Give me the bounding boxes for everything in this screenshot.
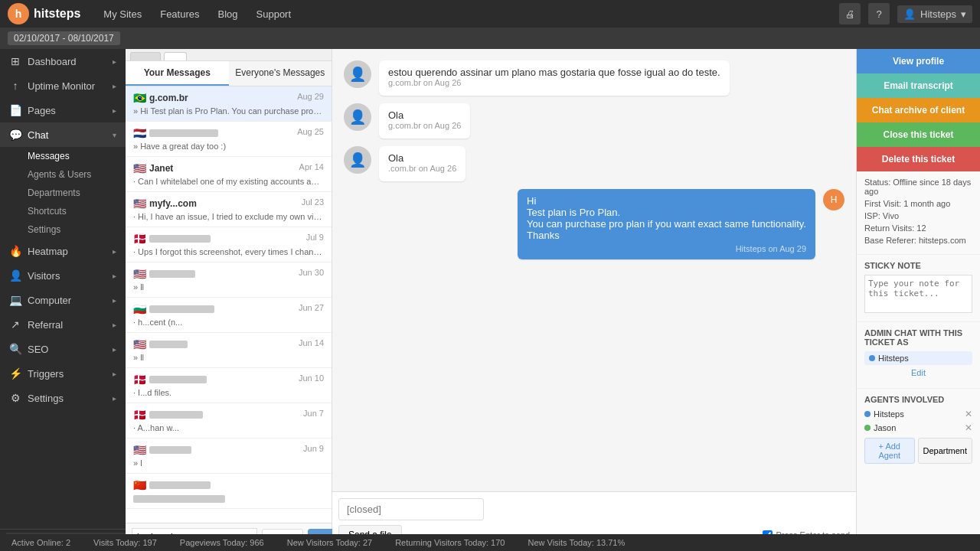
sticky-note-section: STICKY NOTE <box>857 255 980 321</box>
agent-name-hitsteps: Hitsteps <box>874 409 904 419</box>
chat-item-name: 🇩🇰 <box>133 233 211 245</box>
help-button[interactable]: ? <box>868 3 890 24</box>
sidebar-item-visitors[interactable]: 👤 Visitors ▸ <box>0 263 126 288</box>
chat-item-name: 🇩🇰 <box>133 373 207 386</box>
message-row: 👤 Ola .com.br on Aug 26 <box>344 146 844 181</box>
list-item[interactable]: 🇩🇰 Jun 10 · I...d files. <box>126 368 332 403</box>
sidebar-item-settings[interactable]: ⚙ Settings ▸ <box>0 386 126 410</box>
chevron-right-icon: ▸ <box>113 82 116 90</box>
panel-tab-2[interactable] <box>164 52 187 60</box>
sidebar-item-heatmap[interactable]: 🔥 Heatmap ▸ <box>0 239 126 263</box>
nav-blog[interactable]: Blog <box>211 5 246 23</box>
sidebar-sub-shortcuts[interactable]: Shortcuts <box>28 202 126 220</box>
add-agent-row: + Add Agent Department <box>864 438 972 464</box>
computer-icon: 💻 <box>9 294 21 306</box>
view-profile-button[interactable]: View profile <box>857 49 980 73</box>
list-item[interactable]: 🇧🇬 Jun 27 · h...cent (n... <box>126 298 332 333</box>
list-item[interactable]: 🇩🇰 Jul 9 · Ups I forgot this screenshot,… <box>126 227 332 262</box>
admin-chat-title: ADMIN CHAT WITH THIS TICKET AS <box>864 328 972 347</box>
base-referer-info: Base Referer: hitsteps.com <box>864 236 972 245</box>
edit-link[interactable]: Edit <box>864 368 972 377</box>
sidebar-item-dashboard[interactable]: ⊞ Dashboard ▸ <box>0 49 126 73</box>
date-range-picker[interactable]: 02/10/2017 - 08/10/2017 <box>8 31 120 45</box>
settings-icon: ⚙ <box>9 392 21 404</box>
nav-support[interactable]: Support <box>249 5 299 23</box>
print-button[interactable]: 🖨 <box>839 3 861 24</box>
logo[interactable]: h hitsteps <box>8 3 80 24</box>
sidebar-item-computer[interactable]: 💻 Computer ▸ <box>0 288 126 312</box>
nav-my-sites[interactable]: My Sites <box>96 5 149 23</box>
list-item[interactable]: 🇺🇸 myfy...com Jul 23 · Hi, I have an iss… <box>126 192 332 227</box>
client-info: Status: Offline since 18 days ago First … <box>857 171 980 255</box>
agent-row-hitsteps: Hitsteps ✕ <box>864 409 972 419</box>
agents-title: AGENTS INVOLVED <box>864 395 972 404</box>
user-label: Hitsteps <box>920 8 956 20</box>
new-visitors-stat: New Visitors Today: 27 <box>287 538 372 547</box>
pages-icon: 📄 <box>9 104 21 116</box>
agent-avatar: H <box>823 189 844 210</box>
sidebar-sub-departments[interactable]: Departments <box>28 184 126 202</box>
list-item[interactable]: 🇧🇷 g.com.br Aug 29 » Hi Test plan is Pro… <box>126 86 332 122</box>
chevron-right-icon: ▸ <box>113 272 116 280</box>
email-transcript-button[interactable]: Email transcript <box>857 73 980 98</box>
remove-agent-jason-button[interactable]: ✕ <box>965 422 972 433</box>
sidebar-item-seo[interactable]: 🔍 SEO ▸ <box>0 337 126 361</box>
sidebar-item-uptime[interactable]: ↑ Uptime Monitor ▸ <box>0 73 126 98</box>
chat-item-name: 🇳🇱 <box>133 127 218 139</box>
visitors-icon: 👤 <box>9 269 21 282</box>
sidebar-sub-agents[interactable]: Agents & Users <box>28 165 126 184</box>
chat-input[interactable] <box>338 498 484 520</box>
list-item[interactable]: 🇺🇸 Jun 30 » ll <box>126 262 332 298</box>
sidebar-item-pages[interactable]: 📄 Pages ▸ <box>0 98 126 122</box>
agent-row-jason: Jason ✕ <box>864 422 972 433</box>
chevron-right-icon: ▸ <box>113 394 116 403</box>
status-bar: Active Online: 2 Visits Today: 197 Pagev… <box>0 534 980 551</box>
close-ticket-button[interactable]: Close this ticket <box>857 122 980 147</box>
sticky-note-input[interactable] <box>864 275 972 313</box>
list-item[interactable]: 🇨🇳 <box>126 474 332 509</box>
chat-list-tabs: Your Messages Everyone's Messages <box>126 61 332 86</box>
chat-item-name: 🇺🇸 <box>133 338 188 350</box>
add-agent-button[interactable]: + Add Agent <box>864 438 915 464</box>
content-area: Your Messages Everyone's Messages 🇧🇷 g.c… <box>126 49 980 551</box>
list-item[interactable]: 🇺🇸 Jun 14 » ll <box>126 333 332 368</box>
chevron-right-icon: ▸ <box>113 296 116 305</box>
sidebar-label-referral: Referral <box>28 319 63 331</box>
blurred-name <box>149 235 211 243</box>
chat-archive-button[interactable]: Chat archive of client <box>857 98 980 122</box>
department-button[interactable]: Department <box>918 438 972 464</box>
list-item[interactable]: 🇺🇸 Janet Apr 14 · Can I whitelabel one o… <box>126 157 332 192</box>
panel-tab-1[interactable] <box>130 52 161 60</box>
sidebar-sub-settings[interactable]: Settings <box>28 220 126 239</box>
right-panel: View profile Email transcript Chat archi… <box>856 49 980 551</box>
sidebar-label-seo: SEO <box>28 344 48 355</box>
blurred-name <box>149 305 214 313</box>
avatar: 👤 <box>344 60 371 88</box>
tab-your-messages[interactable]: Your Messages <box>126 61 229 86</box>
message-bubble-outgoing: Hi Test plan is Pro Plan. You can purcha… <box>518 189 815 259</box>
nav-items: My Sites Features Blog Support <box>96 5 839 23</box>
agent-name-jason: Jason <box>874 423 896 432</box>
delete-ticket-button[interactable]: Delete this ticket <box>857 147 980 171</box>
triggers-icon: ⚡ <box>9 367 21 380</box>
chat-messages: 👤 estou querendo assinar um plano mas go… <box>332 49 856 491</box>
list-item[interactable]: 🇩🇰 Jun 7 · A...han w... <box>126 403 332 439</box>
sidebar-item-triggers[interactable]: ⚡ Triggers ▸ <box>0 361 126 386</box>
chevron-right-icon: ▸ <box>113 345 116 354</box>
heatmap-icon: 🔥 <box>9 245 21 257</box>
user-menu[interactable]: 👤 Hitsteps ▾ <box>897 5 972 23</box>
list-item[interactable]: 🇺🇸 Jun 9 » l <box>126 439 332 474</box>
chevron-right-icon: ▸ <box>113 370 116 378</box>
nav-features[interactable]: Features <box>152 5 207 23</box>
chevron-right-icon: ▸ <box>113 247 116 256</box>
list-item[interactable]: 🇳🇱 Aug 25 » Have a great day too :) <box>126 122 332 157</box>
blurred-name <box>149 411 203 419</box>
sidebar-item-referral[interactable]: ↗ Referral ▸ <box>0 312 126 337</box>
remove-agent-hitsteps-button[interactable]: ✕ <box>965 409 972 419</box>
sidebar-label-visitors: Visitors <box>28 270 60 282</box>
message-bubble: Ola g.com.br on Aug 26 <box>379 103 470 139</box>
chat-list: 🇧🇷 g.com.br Aug 29 » Hi Test plan is Pro… <box>126 86 332 523</box>
sidebar-item-chat[interactable]: 💬 Chat ▾ <box>0 122 126 147</box>
sidebar-sub-messages[interactable]: Messages <box>28 147 126 165</box>
tab-everyones-messages[interactable]: Everyone's Messages <box>229 61 332 86</box>
